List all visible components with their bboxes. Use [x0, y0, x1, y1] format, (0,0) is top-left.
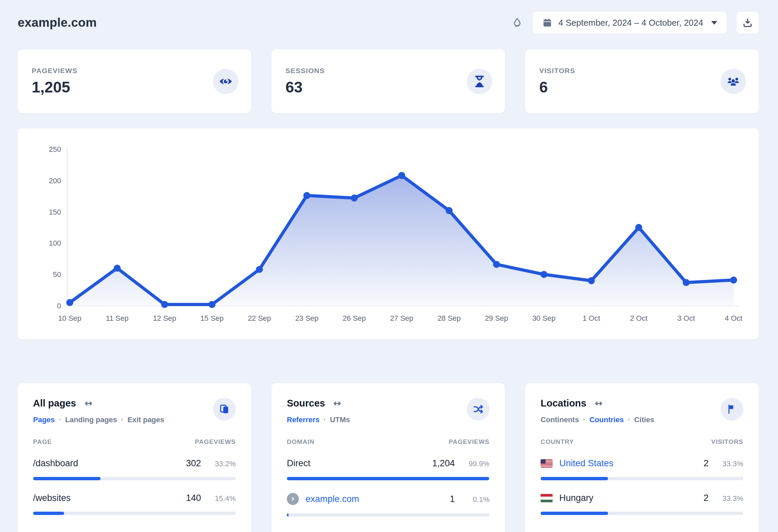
panels-row: All pages Pages · Landing pages · Exit p…: [18, 383, 759, 532]
pageviews-chart-card: 05010015020025010 Sep11 Sep12 Sep15 Sep2…: [18, 128, 759, 339]
source-link[interactable]: example.com: [287, 493, 359, 505]
svg-text:27 Sep: 27 Sep: [390, 314, 413, 323]
source-name: Direct: [287, 458, 311, 468]
eye-icon: [213, 69, 238, 94]
stat-value: 1,205: [32, 78, 77, 96]
progress-track: [33, 512, 236, 515]
tab-countries[interactable]: Countries: [589, 416, 624, 424]
row-percent: 33.3%: [709, 494, 743, 503]
download-icon: [742, 17, 753, 28]
locations-table: COUNTRY VISITORS United States 2 33.3%: [541, 438, 743, 515]
tab-exit-pages[interactable]: Exit pages: [128, 416, 164, 424]
svg-text:10 Sep: 10 Sep: [58, 314, 81, 323]
tab-referrers[interactable]: Referrers: [287, 416, 320, 424]
country-link[interactable]: United States: [541, 458, 613, 468]
swap-arrow-icon[interactable]: [332, 398, 342, 409]
table-row: Hungary 2 33.3%: [541, 493, 743, 515]
svg-text:15 Sep: 15 Sep: [200, 314, 224, 323]
tab-pages[interactable]: Pages: [33, 416, 55, 424]
country-name: Hungary: [559, 493, 593, 503]
caret-down-icon: [711, 21, 717, 25]
panel-locations: Locations Continents · Countries · Citie…: [525, 383, 759, 532]
header: example.com 4 September, 2024 – 4: [18, 7, 759, 38]
row-percent: 33.2%: [201, 460, 236, 468]
table-row: example.com 1 0.1%: [287, 493, 489, 517]
stat-card-pageviews: PAGEVIEWS 1,205: [18, 50, 251, 113]
row-percent: 15.4%: [201, 494, 236, 503]
panel-all-pages: All pages Pages · Landing pages · Exit p…: [18, 383, 251, 532]
flag-icon[interactable]: [720, 398, 743, 421]
svg-text:250: 250: [49, 145, 61, 154]
progress-track: [287, 477, 489, 480]
swap-arrow-icon[interactable]: [83, 398, 93, 409]
tab-separator: ·: [59, 416, 61, 424]
svg-text:26 Sep: 26 Sep: [342, 314, 366, 323]
panel-title: All pages: [33, 398, 76, 409]
row-percent: 0.1%: [455, 495, 489, 504]
page-name[interactable]: /websites: [33, 493, 71, 503]
progress-track: [541, 477, 743, 480]
row-value: 1,204: [423, 458, 455, 468]
column-header: PAGEVIEWS: [449, 438, 489, 446]
hourglass-icon: [467, 69, 492, 94]
row-value: 140: [169, 493, 201, 503]
pages-copy-icon[interactable]: [213, 398, 236, 421]
sources-table: DOMAIN PAGEVIEWS Direct 1,204 99.9%: [287, 438, 489, 517]
date-range-picker[interactable]: 4 September, 2024 – 4 October, 2024: [533, 12, 726, 34]
column-header: COUNTRY: [541, 438, 574, 446]
tab-landing-pages[interactable]: Landing pages: [65, 416, 117, 424]
progress-track: [541, 512, 743, 515]
svg-text:1 Oct: 1 Oct: [583, 314, 600, 323]
svg-text:4 Oct: 4 Oct: [725, 314, 743, 323]
column-header: DOMAIN: [287, 438, 315, 446]
chevron-right-icon[interactable]: [287, 493, 299, 505]
page-title: example.com: [18, 16, 97, 30]
analytics-dashboard: example.com 4 September, 2024 – 4: [0, 0, 778, 532]
table-row: United States 2 33.3%: [541, 458, 743, 480]
panel-sources: Sources Referrers · UTMs: [271, 383, 505, 532]
date-range-label: 4 September, 2024 – 4 October, 2024: [558, 18, 703, 28]
row-percent: 33.3%: [709, 460, 743, 468]
tab-continents[interactable]: Continents: [541, 416, 579, 424]
panel-title: Locations: [541, 398, 586, 409]
svg-text:28 Sep: 28 Sep: [438, 314, 461, 323]
calendar-icon: [542, 18, 552, 28]
column-header: PAGEVIEWS: [195, 438, 236, 446]
svg-text:22 Sep: 22 Sep: [248, 314, 271, 323]
source-name[interactable]: example.com: [306, 494, 359, 504]
download-button[interactable]: [736, 12, 759, 34]
tab-utms[interactable]: UTMs: [330, 416, 350, 424]
row-value: 2: [677, 493, 709, 503]
table-row: Direct 1,204 99.9%: [287, 458, 489, 480]
progress-track: [33, 477, 236, 480]
progress-fill: [33, 512, 64, 515]
eraser-icon[interactable]: [512, 17, 523, 28]
stat-label: PAGEVIEWS: [32, 67, 77, 75]
stat-label: SESSIONS: [286, 67, 324, 75]
row-value: 302: [169, 458, 201, 468]
svg-text:12 Sep: 12 Sep: [153, 314, 176, 323]
svg-text:150: 150: [49, 208, 61, 216]
country-label: Hungary: [541, 493, 593, 503]
progress-fill: [541, 477, 608, 480]
stat-card-sessions: SESSIONS 63: [271, 50, 505, 113]
progress-fill: [33, 477, 100, 480]
stat-value: 63: [286, 78, 324, 96]
stat-card-visitors: VISITORS 6: [525, 50, 759, 113]
country-name[interactable]: United States: [559, 458, 613, 468]
page-name[interactable]: /dashboard: [33, 458, 78, 468]
svg-text:100: 100: [49, 239, 61, 247]
column-header: VISITORS: [711, 438, 743, 446]
svg-text:11 Sep: 11 Sep: [106, 314, 129, 323]
progress-fill: [287, 513, 289, 517]
row-percent: 99.9%: [455, 460, 489, 468]
tab-cities[interactable]: Cities: [634, 416, 654, 424]
pageviews-area-chart: 05010015020025010 Sep11 Sep12 Sep15 Sep2…: [31, 141, 745, 327]
shuffle-icon[interactable]: [467, 398, 489, 421]
progress-fill: [287, 477, 489, 480]
swap-arrow-icon[interactable]: [594, 398, 604, 409]
users-icon: [720, 69, 746, 94]
svg-text:50: 50: [53, 270, 61, 279]
tab-separator: ·: [324, 416, 326, 424]
svg-text:29 Sep: 29 Sep: [485, 314, 508, 323]
